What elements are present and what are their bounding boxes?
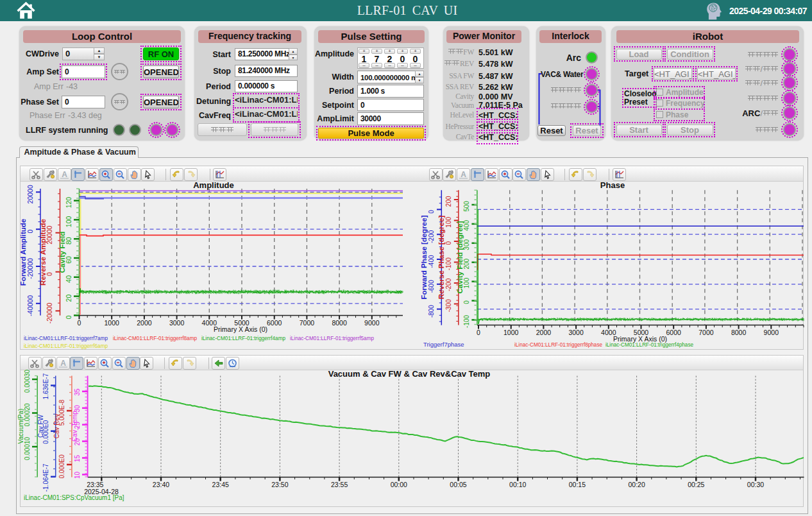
- svg-text:-400: -400: [428, 255, 435, 268]
- svg-text:1000: 1000: [105, 319, 120, 327]
- svg-text:Phase: Phase: [600, 180, 625, 190]
- svg-text:Amplitude: Amplitude: [193, 180, 234, 190]
- svg-text:0: 0: [477, 329, 480, 336]
- svg-text:23:50: 23:50: [271, 481, 288, 488]
- svg-text:0: 0: [65, 315, 72, 319]
- svg-text:Cav Rev: Cav Rev: [53, 414, 60, 438]
- svg-text:-200: -200: [428, 230, 435, 243]
- svg-text:00:20: 00:20: [628, 481, 645, 488]
- svg-text:00:30: 00:30: [747, 481, 764, 488]
- svg-text:-600: -600: [428, 280, 435, 293]
- svg-text:1.636E-7: 1.636E-7: [42, 373, 49, 399]
- svg-text:23:35: 23:35: [87, 481, 103, 488]
- svg-text:23:40: 23:40: [153, 481, 169, 488]
- svg-text:0: 0: [463, 300, 470, 304]
- svg-text:400: 400: [463, 220, 470, 231]
- svg-text:0.00010: 0.00010: [24, 436, 31, 460]
- svg-text:10: 10: [74, 471, 81, 479]
- svg-text:00:00: 00:00: [391, 481, 407, 488]
- svg-text:0.000E0: 0.000E0: [58, 454, 65, 479]
- svg-text:iLinac-CM01:LLRF-01:triggerrf8: iLinac-CM01:LLRF-01:triggerrf8amp: [113, 334, 197, 341]
- svg-text:1000: 1000: [503, 329, 519, 336]
- svg-text:iLinac-CM01:SPS:CpVacuum1 [Pa]: iLinac-CM01:SPS:CpVacuum1 [Pa]: [24, 494, 124, 501]
- svg-text:6000: 6000: [267, 319, 282, 327]
- svg-text:Cav_Temp: Cav_Temp: [71, 411, 78, 442]
- svg-text:Reverse Amplitude: Reverse Amplitude: [39, 219, 47, 286]
- svg-text:0.00020: 0.00020: [24, 403, 31, 427]
- svg-text:2000: 2000: [536, 329, 552, 336]
- svg-text:00:10: 00:10: [509, 481, 526, 488]
- svg-text:0: 0: [46, 272, 54, 276]
- svg-text:300: 300: [463, 239, 470, 250]
- svg-text:Forward Phase [degree]: Forward Phase [degree]: [420, 215, 428, 299]
- svg-text:iLinac-CM01:LLRF-01:triggerrf7: iLinac-CM01:LLRF-01:triggerrf7amp: [24, 334, 108, 341]
- svg-text:8000: 8000: [332, 319, 347, 327]
- svg-text:Forward Amplitude: Forward Amplitude: [19, 219, 27, 286]
- svg-text:Triggerf7phase: Triggerf7phase: [423, 341, 464, 348]
- svg-text:iLinac-CM01:LLRF-01:triggerrf5: iLinac-CM01:LLRF-01:triggerrf5amp: [290, 334, 374, 341]
- svg-text:Cav FW: Cav FW: [37, 414, 44, 438]
- svg-text:-800: -800: [428, 305, 435, 318]
- svg-text:100: 100: [65, 216, 72, 227]
- svg-text:-300: -300: [445, 299, 452, 312]
- svg-text:8000: 8000: [731, 329, 747, 336]
- svg-text:100: 100: [445, 217, 452, 228]
- svg-text:40: 40: [65, 275, 72, 283]
- svg-text:120: 120: [65, 197, 72, 209]
- svg-text:0.00030: 0.00030: [24, 369, 31, 393]
- svg-text:-100: -100: [463, 314, 470, 327]
- svg-text:2000: 2000: [137, 319, 152, 327]
- svg-text:Reverse Phase [degree]: Reverse Phase [degree]: [437, 216, 445, 300]
- svg-text:9000: 9000: [764, 329, 779, 336]
- svg-text:20: 20: [65, 295, 72, 302]
- svg-text:23:55: 23:55: [331, 481, 348, 488]
- svg-text:iLinac-CM01:LLRF-01:triggerrf8: iLinac-CM01:LLRF-01:triggerrf8phase: [514, 341, 602, 348]
- svg-text:3000: 3000: [568, 329, 584, 336]
- svg-text:-100: -100: [445, 257, 452, 270]
- svg-text:100: 100: [463, 277, 470, 288]
- svg-text:35: 35: [74, 388, 81, 396]
- svg-text:0: 0: [26, 230, 34, 234]
- svg-text:Vacuum & Cav FW & Cav Rev&Cav: Vacuum & Cav FW & Cav Rev&Cav Temp: [328, 369, 491, 379]
- svg-text:iLinac-CM01:LLRF-01:triggerrf4: iLinac-CM01:LLRF-01:triggerrf4amp: [201, 334, 285, 341]
- svg-text:-20000: -20000: [26, 258, 34, 279]
- svg-text:200: 200: [445, 196, 452, 207]
- svg-text:0: 0: [428, 210, 435, 214]
- svg-text:-200: -200: [445, 278, 452, 291]
- svg-text:500: 500: [463, 201, 470, 212]
- svg-text:-1.064E-7: -1.064E-7: [42, 463, 49, 492]
- svg-text:-40000: -40000: [26, 295, 34, 316]
- svg-text:00:15: 00:15: [569, 481, 586, 488]
- svg-text:-20000: -20000: [46, 302, 54, 323]
- svg-text:iLinac-CM01:LLRF-01:triggerrf4: iLinac-CM01:LLRF-01:triggerrf4phase: [605, 341, 693, 348]
- svg-text:Cavity Field: Cavity Field: [58, 232, 66, 273]
- svg-text:23:45: 23:45: [212, 481, 229, 488]
- svg-text:15: 15: [74, 455, 81, 463]
- svg-text:0: 0: [78, 319, 81, 327]
- svg-text:6000: 6000: [666, 329, 682, 336]
- svg-text:00:05: 00:05: [450, 481, 466, 488]
- svg-text:0: 0: [445, 241, 452, 245]
- svg-text:7000: 7000: [300, 319, 315, 327]
- svg-text:iLinac-CM01:LLRF-01:triggerrf6: iLinac-CM01:LLRF-01:triggerrf6amp: [24, 342, 108, 349]
- svg-text:20000: 20000: [46, 225, 54, 244]
- svg-text:00:25: 00:25: [688, 481, 704, 488]
- svg-text:Vacuum(Pa): Vacuum(Pa): [17, 409, 24, 444]
- svg-text:Cavity Field [degree]: Cavity Field [degree]: [456, 221, 464, 293]
- svg-text:7000: 7000: [698, 329, 714, 336]
- svg-text:9000: 9000: [364, 319, 380, 327]
- svg-text:200: 200: [463, 258, 470, 269]
- svg-text:Primary X Axis (0): Primary X Axis (0): [214, 325, 267, 333]
- svg-text:3000: 3000: [169, 319, 185, 327]
- svg-text:20000: 20000: [26, 185, 34, 203]
